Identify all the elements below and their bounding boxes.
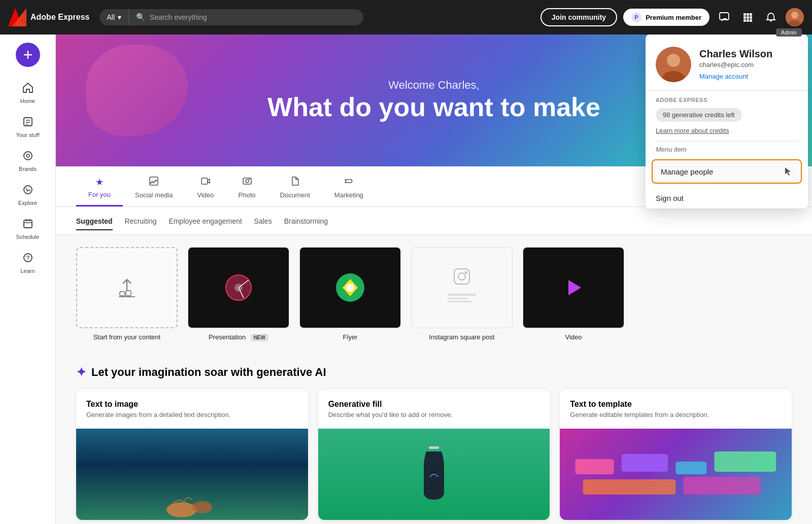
flyer-thumb <box>300 248 400 328</box>
notifications-icon-button[interactable] <box>762 9 780 26</box>
sidebar-brands-label: Brands <box>19 166 37 172</box>
tab-document-label: Document <box>280 191 310 199</box>
card-label-instagram: Instagram square post <box>429 333 494 341</box>
for-you-icon: ★ <box>95 177 104 188</box>
premium-member-button[interactable]: P Premium member <box>623 9 709 26</box>
svg-rect-36 <box>249 179 250 180</box>
video-thumb <box>523 248 624 328</box>
filter-recruiting[interactable]: Recruiting <box>125 217 157 230</box>
svg-rect-8 <box>743 16 746 19</box>
ai-card-text-to-template-img <box>560 429 792 520</box>
logo-area: Adobe Express <box>8 8 89 26</box>
adobe-express-section: ADOBE EXPRESS 98 generative credits left… <box>646 91 808 141</box>
search-input[interactable] <box>150 13 356 21</box>
sign-out-item[interactable]: Sign out <box>646 188 808 208</box>
ai-card-text-to-template[interactable]: Text to template Generate editable templ… <box>560 390 792 520</box>
ai-card-text-to-template-title: Text to template <box>570 400 782 409</box>
your-stuff-icon <box>22 116 33 130</box>
explore-icon <box>22 184 33 198</box>
schedule-icon <box>22 218 33 232</box>
svg-text:P: P <box>635 14 638 20</box>
ai-card-generative-fill[interactable]: Generative fill Describe what you'd like… <box>318 390 550 520</box>
create-button[interactable] <box>16 43 40 67</box>
tab-photo-label: Photo <box>239 191 256 199</box>
ai-cards-row: Text to image Generate images from a det… <box>76 390 792 520</box>
admin-badge: Admin <box>776 28 802 37</box>
chevron-down-icon: ▾ <box>118 13 121 21</box>
tab-photo[interactable]: Photo <box>226 170 268 206</box>
ai-card-text-to-image[interactable]: Text to image Generate images from a det… <box>76 390 308 520</box>
sidebar-item-home[interactable]: Home <box>5 77 51 109</box>
svg-point-23 <box>24 152 32 160</box>
card-label-video: Video <box>565 333 582 341</box>
sidebar-explore-label: Explore <box>18 200 37 206</box>
card-thumb-presentation <box>188 247 289 328</box>
profile-avatar-large <box>656 47 691 82</box>
svg-point-50 <box>166 502 197 517</box>
menu-item-placeholder: Menu item <box>646 142 808 155</box>
ai-card-text-to-image-header: Text to image Generate images from a det… <box>76 390 308 429</box>
card-thumb-start-from-content <box>76 247 178 328</box>
app-name: Adobe Express <box>30 13 89 22</box>
join-community-button[interactable]: Join community <box>540 8 617 26</box>
sidebar-item-your-stuff[interactable]: Your stuff <box>5 111 51 143</box>
svg-rect-54 <box>622 454 668 472</box>
credits-badge: 98 generative credits left <box>656 108 742 122</box>
ai-card-text-to-template-header: Text to template Generate editable templ… <box>560 390 792 429</box>
credits-link[interactable]: Learn more about credits <box>656 127 729 134</box>
sidebar-learn-label: Learn <box>20 268 35 274</box>
document-icon <box>290 177 299 188</box>
marketing-icon <box>344 177 353 188</box>
svg-point-42 <box>346 284 354 292</box>
sidebar-item-schedule[interactable]: Schedule <box>5 213 51 245</box>
card-thumb-flyer <box>299 247 401 328</box>
tab-document[interactable]: Document <box>268 170 322 206</box>
svg-rect-58 <box>684 477 761 495</box>
manage-account-link[interactable]: Manage account <box>699 73 748 80</box>
video-icon <box>201 177 210 188</box>
card-start-from-content[interactable]: Start from your content <box>76 247 178 341</box>
filter-sales[interactable]: Sales <box>254 217 272 230</box>
manage-people-item[interactable]: Manage people <box>652 159 802 184</box>
chat-icon-button[interactable] <box>716 9 733 26</box>
card-video[interactable]: Video <box>523 247 624 341</box>
svg-rect-55 <box>676 462 707 474</box>
sidebar-item-brands[interactable]: Brands <box>5 145 51 177</box>
avatar[interactable] <box>786 8 804 26</box>
bell-icon <box>765 12 776 23</box>
svg-rect-43 <box>454 269 469 284</box>
header: Adobe Express All ▾ 🔍 Join community P P… <box>0 0 812 34</box>
svg-rect-56 <box>715 451 776 472</box>
svg-point-51 <box>192 501 212 513</box>
svg-point-35 <box>246 180 249 183</box>
search-type-dropdown[interactable]: All ▾ <box>99 9 129 25</box>
ai-card-text-to-image-desc: Generate images from a detailed text des… <box>86 411 298 418</box>
card-instagram-square[interactable]: Instagram square post <box>411 247 513 341</box>
tab-video[interactable]: Video <box>185 170 226 206</box>
tab-social-media[interactable]: Social media <box>123 170 185 206</box>
filter-brainstorming[interactable]: Brainstorming <box>284 217 328 230</box>
sidebar-item-learn[interactable]: ? Learn <box>5 247 51 279</box>
filter-suggested[interactable]: Suggested <box>76 217 113 230</box>
card-label-flyer: Flyer <box>343 333 358 341</box>
card-thumb-video <box>523 247 624 328</box>
svg-rect-26 <box>24 220 32 228</box>
new-badge: NEW <box>251 334 268 341</box>
presentation-thumb <box>188 248 289 328</box>
card-flyer[interactable]: Flyer <box>299 247 401 341</box>
ai-card-generative-fill-desc: Describe what you'd like to add or remov… <box>328 411 540 418</box>
svg-rect-12 <box>747 19 749 22</box>
profile-email: charles@epic.com <box>699 61 772 68</box>
apps-icon-button[interactable] <box>739 9 756 26</box>
sidebar-item-explore[interactable]: Explore <box>5 179 51 211</box>
profile-name: Charles Wilson <box>699 48 772 60</box>
ai-card-generative-fill-header: Generative fill Describe what you'd like… <box>318 390 550 429</box>
tab-marketing[interactable]: Marketing <box>322 170 376 206</box>
manage-people-label: Manage people <box>661 167 713 176</box>
svg-marker-49 <box>568 280 581 295</box>
card-presentation[interactable]: Presentation NEW <box>188 247 289 341</box>
filter-employee-engagement[interactable]: Employee engagement <box>169 217 242 230</box>
sidebar-home-label: Home <box>20 98 35 104</box>
home-icon <box>22 82 33 96</box>
tab-for-you[interactable]: ★ For you <box>76 170 123 206</box>
